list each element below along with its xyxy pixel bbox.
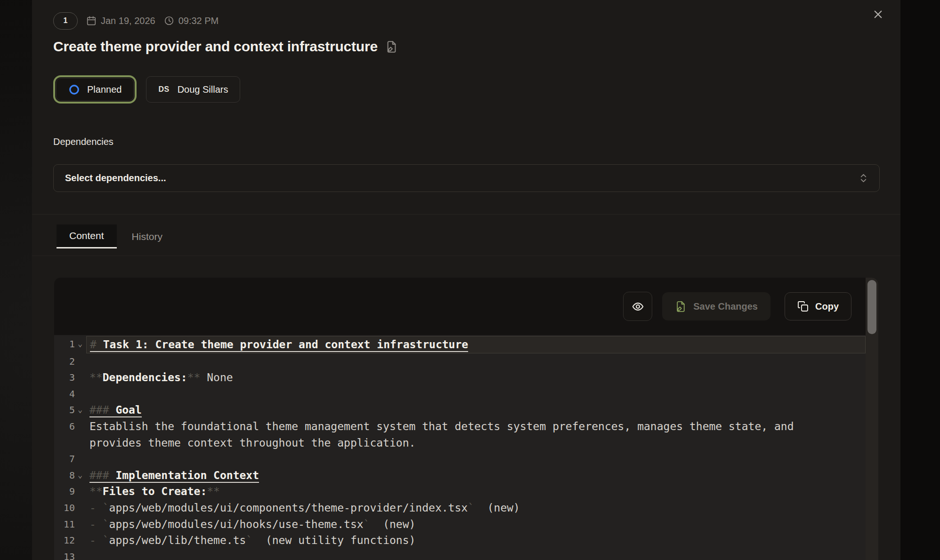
- copy-icon: [797, 301, 809, 312]
- line-number: 13: [56, 549, 75, 560]
- divider: [32, 214, 900, 215]
- line-number: 8: [56, 467, 75, 484]
- line-number: 2: [56, 353, 75, 370]
- line-number: 12: [56, 532, 75, 549]
- code-line-content[interactable]: [86, 549, 817, 560]
- code-line-content[interactable]: **Files to Create:**: [86, 483, 817, 500]
- tab-content[interactable]: Content: [57, 224, 117, 248]
- avatar: DS: [158, 85, 169, 94]
- code-area[interactable]: 1⌄# Task 1: Create theme provider and co…: [54, 335, 866, 560]
- file-pen-icon[interactable]: [385, 40, 398, 53]
- line-number: 6: [56, 418, 75, 435]
- code-line-content[interactable]: ### Implementation Context: [86, 467, 817, 484]
- code-line-content[interactable]: - `apps/web/lib/theme.ts` (new utility f…: [86, 532, 817, 549]
- chips-row: Planned DS Doug Sillars: [53, 75, 240, 104]
- line-gutter: 13: [54, 549, 86, 560]
- tab-history[interactable]: History: [129, 224, 165, 248]
- date-text: Jan 19, 2026: [101, 16, 155, 26]
- eye-icon: [632, 300, 644, 313]
- code-line[interactable]: 12- `apps/web/lib/theme.ts` (new utility…: [54, 532, 866, 549]
- fold-chevron-icon: [75, 532, 85, 549]
- fold-chevron-icon: [75, 353, 85, 370]
- code-line[interactable]: 3**Dependencies:** None: [54, 369, 866, 386]
- code-token: ###: [89, 469, 109, 481]
- close-icon: [872, 8, 884, 21]
- code-line[interactable]: 2: [54, 353, 866, 370]
- code-token: Establish the foundational theme managem…: [89, 420, 800, 449]
- save-changes-label: Save Changes: [693, 301, 758, 312]
- code-token: `: [364, 518, 370, 530]
- dependencies-select[interactable]: Select dependencies...: [53, 164, 880, 192]
- divider: [32, 256, 900, 256]
- code-line[interactable]: 4: [54, 386, 866, 402]
- code-line-content[interactable]: Establish the foundational theme managem…: [86, 418, 817, 451]
- code-line[interactable]: 9**Files to Create:**: [54, 483, 866, 500]
- line-number: 1: [56, 336, 75, 352]
- code-line-content[interactable]: ### Goal: [86, 402, 817, 418]
- scrollbar-thumb[interactable]: [867, 280, 876, 334]
- copy-label: Copy: [815, 301, 839, 312]
- close-button[interactable]: [869, 6, 886, 23]
- fold-chevron-icon: [75, 369, 85, 386]
- code-token: Task 1: Create theme provider and contex…: [97, 338, 468, 351]
- code-line-content[interactable]: [86, 451, 817, 467]
- code-line-content[interactable]: [86, 386, 817, 402]
- line-gutter: 7: [54, 451, 86, 467]
- page-title: Create theme provider and context infras…: [53, 39, 378, 55]
- code-token: #: [90, 338, 97, 351]
- code-line[interactable]: 11- `apps/web/modules/ui/hooks/use-theme…: [54, 516, 866, 533]
- editor-toolbar: Save Changes Copy: [54, 278, 878, 335]
- fold-chevron-icon[interactable]: ⌄: [75, 402, 85, 418]
- line-number: 5: [56, 402, 75, 418]
- line-gutter: 8⌄: [54, 467, 86, 484]
- assignee-button[interactable]: DS Doug Sillars: [146, 76, 240, 103]
- code-token: apps/web/modules/ui/hooks/use-theme.tsx: [109, 518, 364, 530]
- code-line[interactable]: 7: [54, 451, 866, 467]
- fold-chevron-icon: [75, 516, 85, 533]
- line-number: 10: [56, 500, 75, 516]
- heading-text: ### Implementation Context: [89, 469, 259, 483]
- line-number: 9: [56, 483, 75, 500]
- chevrons-up-down-icon: [858, 173, 869, 184]
- line-gutter: 10: [54, 500, 86, 516]
- line-gutter: 12: [54, 532, 86, 549]
- fold-chevron-icon: [75, 451, 85, 467]
- editor-scrollbar[interactable]: [866, 278, 878, 560]
- clock-icon: [164, 16, 174, 26]
- code-line[interactable]: 13: [54, 549, 866, 560]
- code-line[interactable]: 6Establish the foundational theme manage…: [54, 418, 866, 451]
- code-token: None: [200, 371, 233, 384]
- line-gutter: 6: [54, 418, 86, 435]
- save-changes-button[interactable]: Save Changes: [662, 292, 770, 320]
- file-pen-icon: [675, 301, 687, 312]
- fold-chevron-icon: [75, 500, 85, 516]
- code-token: (new utility functions): [252, 534, 415, 546]
- status-button[interactable]: Planned: [56, 78, 134, 101]
- code-line-content[interactable]: [86, 353, 817, 370]
- code-line[interactable]: 10- `apps/web/modules/ui/components/them…: [54, 500, 866, 516]
- code-line-content[interactable]: **Dependencies:** None: [86, 369, 817, 386]
- fold-chevron-icon: [75, 483, 85, 500]
- fold-chevron-icon[interactable]: ⌄: [75, 336, 85, 352]
- fold-chevron-icon: [75, 549, 85, 560]
- fold-chevron-icon[interactable]: ⌄: [75, 467, 85, 484]
- time-item: 09:32 PM: [164, 16, 219, 26]
- line-number: 11: [56, 516, 75, 533]
- code-line-content[interactable]: - `apps/web/modules/ui/components/theme-…: [86, 500, 817, 516]
- copy-button[interactable]: Copy: [785, 292, 851, 320]
- code-token: Goal: [109, 404, 142, 416]
- calendar-icon: [86, 16, 97, 26]
- dependencies-placeholder: Select dependencies...: [65, 173, 166, 184]
- fold-chevron-icon: [75, 386, 85, 402]
- tabs: Content History: [57, 224, 165, 248]
- date-item: Jan 19, 2026: [86, 16, 155, 26]
- preview-button[interactable]: [623, 292, 652, 321]
- code-line[interactable]: 1⌄# Task 1: Create theme provider and co…: [54, 336, 866, 353]
- task-number-badge: 1: [53, 12, 78, 30]
- line-number: 4: [56, 386, 75, 402]
- code-line[interactable]: 5⌄### Goal: [54, 402, 866, 418]
- code-line[interactable]: 8⌄### Implementation Context: [54, 467, 866, 484]
- code-line-content[interactable]: - `apps/web/modules/ui/hooks/use-theme.t…: [86, 516, 817, 533]
- code-token: **: [89, 485, 103, 497]
- code-line-content[interactable]: # Task 1: Create theme provider and cont…: [86, 336, 866, 353]
